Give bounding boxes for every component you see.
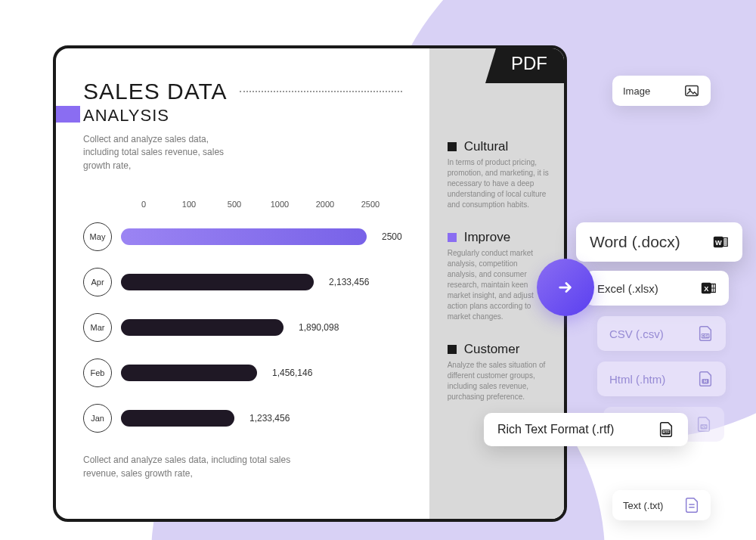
svg-text:</>: </> bbox=[702, 425, 707, 429]
side-block: CustomerAnalyze the sales situation of d… bbox=[448, 342, 549, 402]
convert-arrow-button[interactable] bbox=[537, 259, 594, 316]
format-word-button[interactable]: Word (.docx) W bbox=[576, 222, 742, 262]
bar-value: 1,456,146 bbox=[272, 368, 312, 378]
bar-value: 1,890,098 bbox=[299, 322, 339, 333]
document-frame: SALES DATA ANALYSIS Collect and analyze … bbox=[53, 45, 567, 522]
excel-icon: X bbox=[700, 280, 717, 296]
side-body: In terms of product pricing, promotion, … bbox=[448, 157, 549, 210]
format-label: Excel (.xlsx) bbox=[597, 282, 658, 295]
svg-text:RTF: RTF bbox=[662, 430, 669, 434]
csv-icon: CSV bbox=[697, 325, 714, 342]
format-label: Word (.docx) bbox=[590, 233, 680, 251]
bar-fill bbox=[121, 410, 234, 427]
side-body: Regularly conduct market analysis, compe… bbox=[448, 248, 549, 322]
arrow-right-icon bbox=[557, 279, 574, 296]
format-text-button[interactable]: Text (.txt) bbox=[612, 490, 711, 520]
format-rtf-button[interactable]: Rich Text Format (.rtf) RTF bbox=[484, 413, 688, 446]
side-block: CulturalIn terms of product pricing, pro… bbox=[448, 139, 549, 210]
bar-row: Jan1,233,456 bbox=[83, 404, 402, 433]
bar-fill bbox=[121, 228, 367, 245]
format-html-button[interactable]: Html (.htm) H bbox=[597, 362, 726, 396]
footer-text: Collect and analyze sales data, includin… bbox=[83, 454, 325, 480]
text-icon bbox=[683, 497, 700, 514]
side-title: Customer bbox=[464, 342, 520, 357]
bar-row: Apr2,133,456 bbox=[83, 268, 402, 296]
bar-value: 2,133,456 bbox=[329, 277, 369, 287]
axis-tick: 500 bbox=[212, 200, 257, 209]
side-heading: Customer bbox=[448, 342, 549, 357]
bar-row: May2500 bbox=[83, 222, 402, 251]
html-icon: H bbox=[697, 371, 714, 387]
intro-text: Collect and analyze sales data, includin… bbox=[83, 133, 234, 172]
format-excel-button[interactable]: Excel (.xlsx) X bbox=[585, 271, 729, 306]
bar-fill bbox=[121, 319, 284, 336]
month-label: Apr bbox=[83, 268, 112, 296]
format-label: Image bbox=[623, 85, 650, 97]
document-main: SALES DATA ANALYSIS Collect and analyze … bbox=[56, 48, 429, 519]
svg-text:H: H bbox=[704, 379, 707, 383]
bar-fill bbox=[121, 365, 257, 381]
format-column: Image Word (.docx) W Excel (.xlsx) X CSV… bbox=[582, 76, 741, 531]
chart-axis: 0100500100020002500 bbox=[121, 200, 402, 209]
axis-tick: 1000 bbox=[257, 200, 302, 209]
bar-row: Mar1,890,098 bbox=[83, 313, 402, 342]
side-block: ImproveRegularly conduct market analysis… bbox=[448, 230, 549, 322]
bar-value: 2500 bbox=[382, 231, 402, 242]
side-title: Cultural bbox=[464, 139, 509, 154]
bullet-square bbox=[448, 233, 457, 242]
axis-tick: 2000 bbox=[302, 200, 348, 209]
pdf-badge: PDF bbox=[485, 48, 564, 83]
side-title: Improve bbox=[464, 230, 510, 245]
format-label: Text (.txt) bbox=[623, 500, 663, 511]
format-label: Rich Text Format (.rtf) bbox=[497, 423, 614, 436]
rtf-icon: RTF bbox=[658, 421, 674, 438]
page-subtitle: ANALYSIS bbox=[83, 106, 402, 126]
svg-text:W: W bbox=[715, 239, 722, 247]
bar-row: Feb1,456,146 bbox=[83, 358, 402, 387]
month-label: Feb bbox=[83, 358, 112, 387]
axis-tick: 2500 bbox=[348, 200, 393, 209]
page-title: SALES DATA bbox=[83, 79, 228, 104]
dotted-divider bbox=[240, 91, 402, 92]
format-image-button[interactable]: Image bbox=[612, 76, 711, 106]
axis-tick: 100 bbox=[166, 200, 212, 209]
side-body: Analyze the sales situation of different… bbox=[448, 360, 549, 402]
format-label: Html (.htm) bbox=[609, 373, 665, 386]
axis-tick: 0 bbox=[121, 200, 166, 209]
month-label: Jan bbox=[83, 404, 112, 433]
chart-bars: May2500Apr2,133,456Mar1,890,098Feb1,456,… bbox=[83, 222, 402, 433]
format-label: CSV (.csv) bbox=[609, 327, 664, 340]
format-csv-button[interactable]: CSV (.csv) CSV bbox=[597, 316, 726, 351]
bullet-square bbox=[448, 345, 457, 354]
month-label: May bbox=[83, 222, 112, 251]
side-heading: Cultural bbox=[448, 139, 549, 154]
word-icon: W bbox=[712, 234, 729, 250]
xml-icon: </> bbox=[696, 416, 712, 433]
bar-fill bbox=[121, 274, 314, 290]
month-label: Mar bbox=[83, 313, 112, 342]
side-heading: Improve bbox=[448, 230, 549, 245]
bullet-square bbox=[448, 142, 457, 151]
image-icon bbox=[683, 82, 700, 99]
bar-value: 1,233,456 bbox=[249, 413, 290, 424]
svg-text:X: X bbox=[704, 285, 709, 293]
svg-text:CSV: CSV bbox=[702, 334, 710, 338]
